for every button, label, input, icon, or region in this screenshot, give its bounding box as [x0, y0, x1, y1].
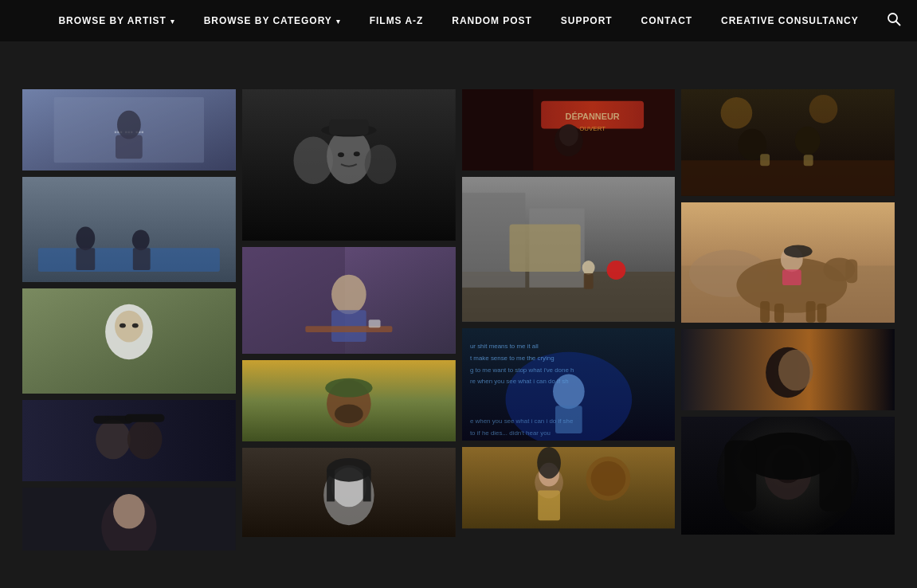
- svg-point-38: [354, 151, 360, 156]
- list-item[interactable]: ▪▪▪ ▪▪▪ ▪▪▪: [22, 89, 236, 171]
- list-item[interactable]: [462, 447, 676, 528]
- nav-random-post-label: RANDOM POST: [452, 0, 532, 41]
- svg-rect-114: [782, 269, 801, 285]
- svg-rect-72: [583, 273, 593, 289]
- nav-contact[interactable]: CONTACT: [627, 0, 707, 41]
- nav-support-label: SUPPORT: [561, 0, 613, 41]
- svg-rect-14: [133, 248, 151, 270]
- svg-point-19: [120, 323, 126, 328]
- svg-point-20: [132, 323, 139, 328]
- svg-text:t make sense to me the crying: t make sense to me the crying: [469, 354, 554, 361]
- svg-rect-26: [125, 414, 165, 422]
- svg-point-37: [338, 152, 344, 157]
- list-item[interactable]: [681, 329, 895, 410]
- list-item[interactable]: ur shit means to me it all t make sense …: [462, 328, 676, 441]
- svg-rect-41: [242, 247, 345, 354]
- svg-point-6: [117, 111, 141, 139]
- svg-point-42: [331, 275, 366, 315]
- svg-rect-57: [362, 470, 370, 502]
- svg-rect-70: [509, 225, 580, 272]
- svg-rect-109: [806, 301, 816, 323]
- svg-point-34: [364, 144, 396, 184]
- svg-point-24: [127, 420, 163, 460]
- svg-point-71: [582, 261, 594, 275]
- svg-rect-101: [804, 155, 813, 166]
- list-item[interactable]: [242, 448, 456, 537]
- nav-creative-consultancy[interactable]: CREATIVE CONSULTANCY: [707, 0, 873, 41]
- nav-contact-label: CONTACT: [641, 0, 693, 41]
- list-item[interactable]: [462, 177, 676, 321]
- svg-point-99: [795, 127, 821, 155]
- svg-rect-127: [820, 440, 852, 511]
- navbar: BROWSE BY ARTIST ▾ BROWSE BY CATEGORY ▾ …: [0, 0, 917, 41]
- nav-items: BROWSE BY ARTIST ▾ BROWSE BY CATEGORY ▾ …: [44, 0, 872, 41]
- nav-films-az-label: FILMS A-Z: [370, 0, 424, 41]
- svg-rect-12: [76, 248, 95, 270]
- svg-rect-110: [817, 304, 827, 323]
- list-item[interactable]: [242, 247, 456, 354]
- svg-rect-64: [533, 89, 676, 171]
- nav-browse-artist[interactable]: BROWSE BY ARTIST ▾: [44, 0, 189, 41]
- svg-text:to if he dies... didn't hear y: to if he dies... didn't hear you: [469, 429, 550, 436]
- svg-rect-91: [538, 491, 560, 521]
- svg-point-11: [76, 227, 95, 251]
- list-item[interactable]: [22, 288, 236, 394]
- svg-point-49: [325, 378, 373, 398]
- svg-point-18: [115, 311, 143, 343]
- svg-rect-56: [327, 470, 335, 502]
- svg-line-1: [896, 22, 900, 25]
- svg-point-29: [113, 494, 145, 529]
- svg-point-92: [537, 447, 561, 479]
- nav-random-post[interactable]: RANDOM POST: [437, 0, 547, 41]
- list-item[interactable]: [242, 89, 456, 241]
- svg-rect-107: [760, 301, 770, 323]
- svg-point-88: [590, 461, 625, 496]
- nav-browse-artist-label: BROWSE BY ARTIST: [58, 0, 166, 41]
- svg-text:re when you see what i can do : re when you see what i can do if sh: [469, 378, 568, 385]
- svg-point-50: [335, 405, 363, 424]
- nav-browse-category-label: BROWSE BY CATEGORY: [204, 0, 332, 41]
- svg-point-73: [606, 261, 625, 280]
- svg-rect-112: [846, 259, 858, 283]
- svg-point-23: [96, 420, 131, 460]
- svg-rect-7: [116, 135, 143, 159]
- list-item[interactable]: [22, 177, 236, 282]
- nav-browse-category[interactable]: BROWSE BY CATEGORY ▾: [190, 0, 355, 41]
- list-item[interactable]: [681, 417, 895, 535]
- svg-rect-108: [774, 304, 784, 323]
- nav-creative-consultancy-label: CREATIVE CONSULTANCY: [721, 0, 859, 41]
- svg-point-13: [132, 230, 150, 251]
- svg-point-115: [784, 245, 813, 257]
- svg-point-33: [327, 129, 371, 184]
- search-icon[interactable]: [887, 12, 901, 29]
- svg-text:g to me want to stop what i've: g to me want to stop what i've done h: [469, 366, 574, 373]
- list-item[interactable]: DÉPANNEUR OUVERT: [462, 89, 676, 171]
- list-item[interactable]: [22, 400, 236, 481]
- list-item[interactable]: [242, 360, 456, 441]
- svg-text:ur shit means to me it all: ur shit means to me it all: [469, 342, 538, 349]
- chevron-down-icon: ▾: [170, 1, 175, 42]
- svg-rect-10: [38, 248, 220, 272]
- svg-rect-36: [329, 120, 369, 135]
- svg-point-96: [721, 97, 753, 129]
- list-item[interactable]: [681, 89, 895, 196]
- nav-support[interactable]: SUPPORT: [547, 0, 627, 41]
- list-item[interactable]: [681, 202, 895, 323]
- svg-rect-95: [681, 160, 895, 196]
- svg-rect-86: [462, 447, 676, 528]
- image-grid: ▪▪▪ ▪▪▪ ▪▪▪: [0, 41, 917, 566]
- svg-rect-126: [725, 440, 757, 511]
- svg-rect-45: [368, 320, 380, 328]
- svg-text:e when you see what i can i do: e when you see what i can i do if she: [469, 417, 573, 425]
- svg-rect-100: [760, 154, 770, 166]
- svg-point-119: [778, 349, 813, 390]
- nav-films-az[interactable]: FILMS A-Z: [355, 0, 438, 41]
- list-item[interactable]: [22, 488, 236, 551]
- svg-point-97: [809, 95, 838, 123]
- chevron-down-icon: ▾: [336, 1, 341, 42]
